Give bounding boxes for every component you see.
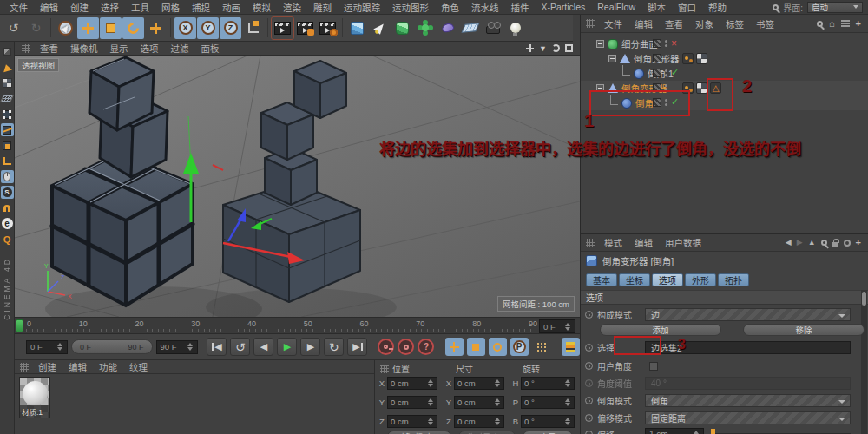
menu-render[interactable]: 渲染 <box>277 1 307 14</box>
viewport-menu-panel[interactable]: 面板 <box>195 42 226 55</box>
keyframe-rotation-toggle[interactable] <box>489 338 507 356</box>
next-key-button[interactable]: ↻ <box>324 338 344 356</box>
position-x-field[interactable]: 0 cm <box>387 377 437 390</box>
add-deformer-button[interactable] <box>437 17 458 39</box>
previous-frame-button[interactable]: ◀ <box>253 338 273 356</box>
expand-toggle-icon[interactable] <box>608 55 616 62</box>
live-selection-button[interactable] <box>55 17 76 39</box>
layer-hatch-icon[interactable] <box>653 83 661 92</box>
layer-hatch-icon[interactable] <box>653 39 661 48</box>
add-mograph-button[interactable] <box>414 17 436 39</box>
spinner-icon[interactable] <box>565 418 571 425</box>
disabled-icon[interactable]: × <box>671 37 677 49</box>
3d-viewport[interactable]: Y X Z 透视视图 网格间距 : 100 cm <box>15 56 580 317</box>
tab-options[interactable]: 选项 <box>652 273 683 286</box>
layer-browser-button[interactable] <box>562 338 580 356</box>
object-row-subdivision-surface[interactable]: 细分曲面 × <box>581 36 868 51</box>
spinner-icon[interactable] <box>495 379 501 387</box>
menu-tools[interactable]: 工具 <box>125 1 155 14</box>
last-tool-button[interactable] <box>145 17 167 39</box>
polygons-mode-button[interactable] <box>1 139 14 152</box>
record-keyframe-button[interactable] <box>378 339 394 355</box>
material-thumbnail[interactable]: 材质.1 <box>19 377 50 418</box>
make-editable-button[interactable] <box>1 45 14 58</box>
spinner-icon[interactable] <box>428 418 434 425</box>
search-icon[interactable] <box>773 4 779 10</box>
menu-script[interactable]: 脚本 <box>641 1 672 14</box>
menu-pipeline[interactable]: 流水线 <box>465 1 505 14</box>
om-menu-bookmarks[interactable]: 书签 <box>750 17 780 30</box>
om-menu-view[interactable]: 查看 <box>659 17 689 30</box>
search-icon[interactable] <box>817 21 823 27</box>
panel-handle-icon[interactable] <box>380 365 389 373</box>
position-z-field[interactable]: 0 cm <box>387 415 437 428</box>
lock-icon[interactable] <box>832 242 838 247</box>
viewport-menu-camera[interactable]: 摄像机 <box>64 42 104 55</box>
menu-create[interactable]: 创建 <box>64 1 95 14</box>
redo-button[interactable]: ↻ <box>25 17 47 39</box>
add-environment-button[interactable] <box>459 17 481 39</box>
visibility-dots-icon[interactable] <box>665 84 667 87</box>
menu-mograph[interactable]: 运动图形 <box>386 1 435 14</box>
animation-dot-icon[interactable] <box>585 414 593 422</box>
menu-animate[interactable]: 动画 <box>216 1 247 14</box>
points-mode-button[interactable] <box>1 108 14 121</box>
magnet-button[interactable] <box>1 201 14 214</box>
menu-realflow[interactable]: RealFlow <box>591 2 641 12</box>
menu-window[interactable]: 窗口 <box>672 1 702 14</box>
texture-tag-icon[interactable] <box>696 82 707 94</box>
viewport-input-button[interactable] <box>1 170 14 183</box>
keyframe-scale-toggle[interactable] <box>467 338 485 356</box>
om-menu-objects[interactable]: 对象 <box>689 17 720 30</box>
expand-toggle-icon[interactable] <box>596 84 604 92</box>
render-to-picture-viewer-button[interactable] <box>294 17 316 39</box>
keyframe-position-toggle[interactable] <box>445 338 464 356</box>
zoom-view-icon[interactable]: ▼ <box>539 44 547 53</box>
model-mode-button[interactable] <box>1 61 14 74</box>
scale-tool-button[interactable] <box>100 17 122 39</box>
next-frame-button[interactable]: ▶ <box>300 338 320 356</box>
spinner-icon[interactable] <box>565 323 571 331</box>
panel-handle-icon[interactable] <box>586 19 595 28</box>
menu-plugins[interactable]: 插件 <box>505 1 536 14</box>
offset-mode-dropdown[interactable]: 固定距离 <box>645 411 851 424</box>
object-row-bevel[interactable]: 倒角 ✓ <box>581 95 868 110</box>
end-frame-field[interactable]: 90 F <box>156 340 198 354</box>
visibility-dots-icon[interactable] <box>665 40 667 43</box>
material-menu-create[interactable]: 创建 <box>32 360 62 373</box>
panel-handle-icon[interactable] <box>586 239 595 247</box>
am-menu-mode[interactable]: 模式 <box>598 236 628 249</box>
menu-select[interactable]: 选择 <box>95 1 125 14</box>
render-view-button[interactable] <box>272 17 293 39</box>
viewport-menu-display[interactable]: 显示 <box>104 42 135 55</box>
parent-up-icon[interactable]: ▲ <box>808 239 816 247</box>
am-menu-userdata[interactable]: 用户数据 <box>659 236 707 249</box>
remove-selection-button[interactable]: 移除 <box>743 324 865 336</box>
component-mode-dropdown[interactable]: 边 <box>645 308 851 321</box>
coordinate-mode-dropdown[interactable]: 对象(相对) <box>387 431 451 434</box>
texture-mode-button[interactable] <box>1 76 14 89</box>
render-settings-button[interactable] <box>317 17 339 39</box>
interface-dropdown[interactable]: 启动 <box>807 2 863 13</box>
animation-dot-icon[interactable] <box>585 344 593 352</box>
menu-edit[interactable]: 编辑 <box>34 1 64 14</box>
history-back-icon[interactable]: ◀ <box>786 239 792 247</box>
menu-simulate[interactable]: 模拟 <box>247 1 277 14</box>
x-axis-lock-button[interactable]: X <box>174 17 196 39</box>
autokey-button[interactable] <box>398 339 414 355</box>
offset-field[interactable]: 1 cm <box>645 428 704 434</box>
snap-button[interactable]: S <box>1 186 14 199</box>
selection-field[interactable]: 边选集2 <box>645 341 851 354</box>
menu-motion-tracker[interactable]: 运动跟踪 <box>338 1 386 14</box>
z-axis-lock-button[interactable]: Z <box>220 17 241 39</box>
panel-handle-icon[interactable] <box>20 363 29 372</box>
texture-tag-icon[interactable] <box>696 53 707 64</box>
position-y-field[interactable]: 0 cm <box>387 396 437 409</box>
material-menu-texture[interactable]: 纹理 <box>123 360 154 373</box>
size-y-field[interactable]: 0 cm <box>454 396 504 409</box>
rotation-p-field[interactable]: 0 ° <box>521 396 575 409</box>
spinner-icon[interactable] <box>495 418 501 425</box>
add-selection-button[interactable]: 添加 <box>600 324 721 336</box>
om-menu-edit[interactable]: 编辑 <box>628 17 659 30</box>
animation-dot-icon[interactable] <box>585 311 593 319</box>
